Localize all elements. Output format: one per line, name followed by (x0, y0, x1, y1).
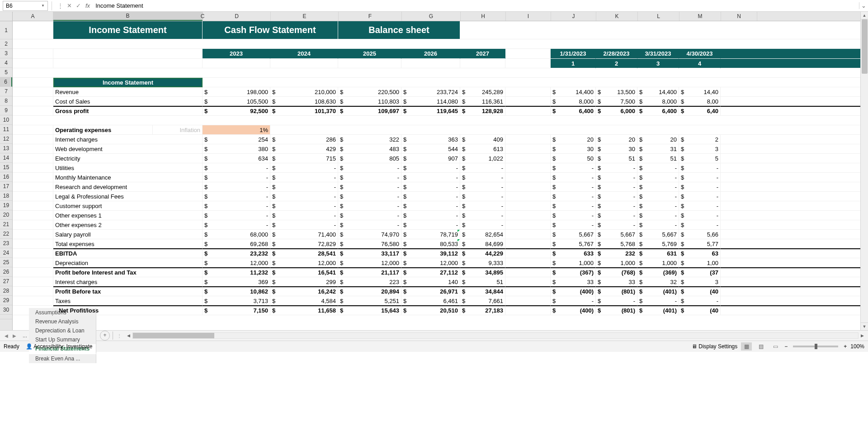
cell[interactable] (401, 59, 460, 68)
cell-tax-y2[interactable]: $5,251 (338, 296, 401, 306)
cell[interactable] (13, 306, 53, 315)
cell-revenue-y3[interactable]: $233,724 (401, 87, 460, 97)
col-header-D[interactable]: D (203, 12, 271, 21)
row-header-16[interactable]: 16 (0, 172, 12, 182)
cell-pbt-m3[interactable]: $(40 (679, 287, 721, 296)
label-revenue[interactable]: Revenue (53, 87, 203, 97)
cell-legal-m2[interactable]: $- (637, 192, 679, 201)
cell-np-m0[interactable]: $(400) (551, 306, 596, 315)
cell-legal-y2[interactable]: $- (338, 192, 401, 201)
cell[interactable] (13, 249, 53, 258)
row-header-3[interactable]: 3 (0, 49, 12, 58)
cell-legal-y4[interactable]: $- (460, 192, 505, 201)
page-layout-button[interactable]: ▤ (755, 342, 766, 351)
cell-maint-m0[interactable]: $- (551, 173, 596, 182)
cell-np-y0[interactable]: $7,150 (203, 306, 270, 315)
label-oth2[interactable]: Other expenses 2 (53, 220, 203, 230)
cell[interactable] (13, 39, 868, 49)
col-header-A[interactable]: A (13, 12, 53, 21)
cell-internet-m2[interactable]: $20 (637, 135, 679, 144)
row-header-10[interactable]: 10 (0, 115, 12, 125)
cell-np-m3[interactable]: $(40 (679, 306, 721, 315)
cell-pbt-y2[interactable]: $20,894 (338, 287, 401, 296)
cell-totex-y2[interactable]: $76,580 (338, 239, 401, 249)
cell[interactable] (505, 296, 551, 306)
cell-totex-m0[interactable]: $5,767 (551, 239, 596, 249)
cell[interactable] (721, 182, 868, 192)
label-legal[interactable]: Legal & Professional Fees (53, 192, 203, 201)
year-2024[interactable]: 2024 (270, 49, 338, 59)
cell-internet-y4[interactable]: $409 (460, 135, 505, 144)
cell-cos-y4[interactable]: $116,361 (460, 97, 505, 106)
cell-gp-m2[interactable]: $6,400 (637, 106, 679, 116)
cell-util-y2[interactable]: $- (338, 163, 401, 173)
cell-tax-y4[interactable]: $7,661 (460, 296, 505, 306)
cell[interactable] (505, 192, 551, 201)
cell[interactable] (721, 144, 868, 154)
cell[interactable] (13, 87, 53, 97)
zoom-out-button[interactable]: − (784, 343, 788, 350)
cell-legal-m3[interactable]: $- (679, 192, 721, 201)
cell[interactable] (460, 59, 505, 68)
cell-webdev-y4[interactable]: $613 (460, 144, 505, 154)
cell-revenue-m3[interactable]: $14,40 (679, 87, 721, 97)
cell-dep-m3[interactable]: $1,00 (679, 258, 721, 268)
cell[interactable] (505, 211, 551, 220)
cell[interactable] (505, 154, 551, 163)
cell[interactable] (505, 173, 551, 182)
cell[interactable] (13, 201, 53, 211)
cell[interactable] (505, 287, 551, 296)
cell[interactable] (13, 182, 53, 192)
cell[interactable] (13, 68, 868, 78)
label-inflation[interactable]: Inflation (153, 125, 203, 135)
row-header-9[interactable]: 9 (0, 106, 12, 115)
cell-cos-y0[interactable]: $105,500 (203, 97, 270, 106)
cell-maint-m1[interactable]: $- (596, 173, 637, 182)
cell-salary-m3[interactable]: $5,66 (679, 230, 721, 239)
cell-dep-y3[interactable]: $12,000 (401, 258, 460, 268)
cell[interactable] (721, 268, 868, 277)
cell-revenue-y2[interactable]: $220,500 (338, 87, 401, 97)
cell-pbit-m3[interactable]: $(37 (679, 268, 721, 277)
row-header-8[interactable]: 8 (0, 96, 12, 106)
label-totex[interactable]: Total expenses (53, 239, 203, 249)
year-2023[interactable]: 2023 (203, 49, 270, 59)
cell[interactable] (203, 59, 270, 68)
cell[interactable] (721, 97, 868, 106)
cell-maint-y3[interactable]: $- (401, 173, 460, 182)
cell[interactable] (13, 135, 53, 144)
sheet-tab-start-up-summary[interactable]: Start Up Summary (29, 335, 96, 344)
cell-tax-m0[interactable]: $- (551, 296, 596, 306)
cell-oth2-y3[interactable]: $- (401, 220, 460, 230)
cell-oth2-y1[interactable]: $- (270, 220, 338, 230)
label-cust[interactable]: Customer support (53, 201, 203, 211)
name-box[interactable]: B6 ▼ (3, 1, 48, 11)
row-header-1[interactable]: 1 (0, 21, 12, 39)
cell-revenue-m2[interactable]: $14,400 (637, 87, 679, 97)
cell[interactable] (13, 144, 53, 154)
cell[interactable] (13, 154, 53, 163)
row-header-19[interactable]: 19 (0, 201, 12, 210)
cell-cos-y2[interactable]: $110,803 (338, 97, 401, 106)
cell[interactable] (721, 192, 868, 201)
row-header-21[interactable]: 21 (0, 220, 12, 229)
row-header-29[interactable]: 29 (0, 296, 12, 305)
cell-cust-m2[interactable]: $- (637, 201, 679, 211)
col-header-M[interactable]: M (679, 12, 721, 21)
cell-cos-y1[interactable]: $108,630 (270, 97, 338, 106)
label-elec[interactable]: Electricity (53, 154, 203, 163)
cell[interactable] (13, 163, 53, 173)
cell-np-m1[interactable]: $(801) (596, 306, 637, 315)
year-2027[interactable]: 2027 (460, 49, 505, 59)
label-pbt[interactable]: Profit Before tax (53, 287, 203, 296)
cell-maint-m3[interactable]: $- (679, 173, 721, 182)
cell[interactable] (13, 97, 53, 106)
year-2025[interactable]: 2025 (338, 49, 401, 59)
scrollbar-thumb[interactable] (133, 333, 214, 338)
cell-internet-m0[interactable]: $20 (551, 135, 596, 144)
cell-elec-y1[interactable]: $715 (270, 154, 338, 163)
cell-tax-y3[interactable]: $6,461 (401, 296, 460, 306)
cell[interactable] (505, 163, 551, 173)
cell-cust-m1[interactable]: $- (596, 201, 637, 211)
cell-elec-y0[interactable]: $634 (203, 154, 270, 163)
